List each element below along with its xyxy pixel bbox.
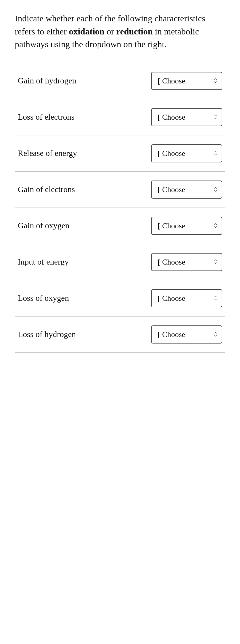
select-gain-oxygen[interactable]: [ ChooseOxidationReduction: [151, 217, 222, 235]
row-loss-electrons-select-wrapper: [ ChooseOxidationReduction: [151, 108, 222, 126]
row-loss-oxygen: Loss of oxygen[ ChooseOxidationReduction: [15, 280, 225, 317]
row-release-energy: Release of energy[ ChooseOxidationReduct…: [15, 135, 225, 172]
select-input-energy[interactable]: [ ChooseOxidationReduction: [151, 253, 222, 271]
select-release-energy[interactable]: [ ChooseOxidationReduction: [151, 144, 222, 162]
row-loss-oxygen-select-wrapper: [ ChooseOxidationReduction: [151, 289, 222, 307]
row-loss-hydrogen: Loss of hydrogen[ ChooseOxidationReducti…: [15, 317, 225, 353]
rows-container: Gain of hydrogen[ ChooseOxidationReducti…: [15, 63, 225, 353]
oxidation-text: oxidation: [69, 26, 104, 36]
select-gain-electrons[interactable]: [ ChooseOxidationReduction: [151, 181, 222, 199]
row-gain-oxygen: Gain of oxygen[ ChooseOxidationReduction: [15, 208, 225, 244]
row-loss-electrons: Loss of electrons[ ChooseOxidationReduct…: [15, 99, 225, 135]
row-gain-electrons: Gain of electrons[ ChooseOxidationReduct…: [15, 172, 225, 208]
row-input-energy-select-wrapper: [ ChooseOxidationReduction: [151, 253, 222, 271]
row-release-energy-select-wrapper: [ ChooseOxidationReduction: [151, 144, 222, 162]
row-gain-oxygen-select-wrapper: [ ChooseOxidationReduction: [151, 217, 222, 235]
row-release-energy-label: Release of energy: [18, 147, 89, 159]
instruction-text-between: or: [104, 26, 116, 36]
row-input-energy-label: Input of energy: [18, 256, 89, 268]
select-gain-hydrogen[interactable]: [ ChooseOxidationReduction: [151, 72, 222, 90]
row-gain-hydrogen-label: Gain of hydrogen: [18, 75, 89, 86]
select-loss-hydrogen[interactable]: [ ChooseOxidationReduction: [151, 325, 222, 344]
row-input-energy: Input of energy[ ChooseOxidationReductio…: [15, 244, 225, 280]
row-loss-oxygen-label: Loss of oxygen: [18, 292, 89, 304]
row-loss-electrons-label: Loss of electrons: [18, 111, 89, 123]
select-loss-oxygen[interactable]: [ ChooseOxidationReduction: [151, 289, 222, 307]
select-loss-electrons[interactable]: [ ChooseOxidationReduction: [151, 108, 222, 126]
row-loss-hydrogen-select-wrapper: [ ChooseOxidationReduction: [151, 325, 222, 344]
row-gain-electrons-select-wrapper: [ ChooseOxidationReduction: [151, 181, 222, 199]
instructions: Indicate whether each of the following c…: [15, 12, 222, 51]
row-loss-hydrogen-label: Loss of hydrogen: [18, 328, 89, 340]
row-gain-electrons-label: Gain of electrons: [18, 183, 89, 195]
row-gain-oxygen-label: Gain of oxygen: [18, 220, 89, 231]
reduction-text: reduction: [116, 26, 153, 36]
row-gain-hydrogen-select-wrapper: [ ChooseOxidationReduction: [151, 72, 222, 90]
row-gain-hydrogen: Gain of hydrogen[ ChooseOxidationReducti…: [15, 63, 225, 99]
